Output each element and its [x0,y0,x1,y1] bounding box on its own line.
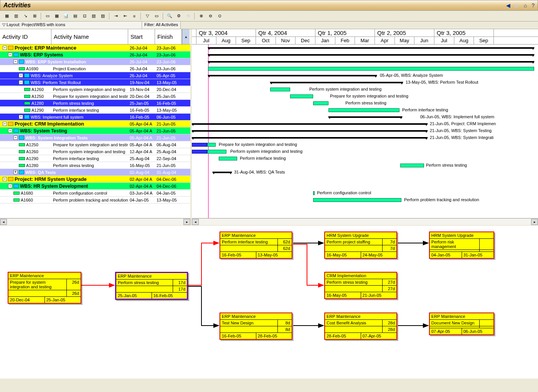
grid-row[interactable]: A1280Perform stress testing16-May-0521-J… [0,162,190,169]
grid-row[interactable]: − WBS: ERP System InstallationWBS: ERP S… [0,58,190,65]
grid-row[interactable]: A1280Perform stress testing25-Jan-0516-F… [0,100,190,107]
summary-bar[interactable] [192,123,427,125]
summary-bar[interactable] [213,172,232,173]
grid-row[interactable]: A1690Project Execution26-Jul-0423-Jun-06 [0,65,190,72]
filter-cell[interactable]: Filter: All Activities [142,22,181,29]
expander-icon[interactable]: + [19,115,23,119]
tools-icon[interactable]: ⚙ [175,12,183,20]
col-finish[interactable]: Finish [155,29,182,44]
expander-icon[interactable]: − [8,129,12,133]
filter-icon[interactable]: ▽ [144,12,151,20]
grid-row[interactable]: − WBS: ERP SystemsWBS: ERP Systems26-Jul… [0,51,190,58]
col-activity-id[interactable]: Activity ID [0,29,51,44]
summary-bar[interactable] [192,137,427,139]
task-bar[interactable] [313,198,401,202]
chart-icon[interactable]: 📊 [62,12,70,20]
find-icon[interactable]: 🔍 [166,12,173,20]
grid-row[interactable]: A1680Perform configuration control03-Jun… [0,190,190,197]
table-icon[interactable]: ▦ [53,12,61,20]
grid-row[interactable]: + WBS: QA TestsWBS: QA Tests02-Aug-0431-… [0,169,190,176]
network-node[interactable]: ERP MaintenanceTest New Design8d8d16-Feb… [219,313,292,340]
grid-row[interactable]: A1260Perform system integration and test… [0,86,190,93]
col-activity-name[interactable]: Activity Name [51,29,128,44]
grid-row[interactable]: − Project: HRM System UpgradeProject: HR… [0,176,190,183]
expander-icon[interactable]: − [3,177,7,181]
summary-bar[interactable] [270,82,403,83]
task-bar[interactable] [328,108,399,112]
layout-icon[interactable]: ▦ [3,12,11,20]
expander-icon[interactable]: + [13,170,18,174]
expander-icon[interactable]: − [13,136,18,140]
network-node[interactable]: ERP MaintenancePerform stress testing17d… [115,272,188,300]
task-bar[interactable] [313,101,328,105]
grid-row[interactable]: A1250Prepare for system integration and … [0,93,190,100]
grid-row[interactable]: A1660Perform problem tracking and resolu… [0,197,190,203]
task-bar[interactable] [192,143,207,147]
col-start[interactable]: Start [128,29,155,44]
task-bar[interactable] [313,191,315,195]
home-icon[interactable]: ⌂ [524,2,527,8]
network-node[interactable]: ERP MaintenancePrepare for system integr… [8,272,81,304]
nav-next-icon[interactable]: ▶ [515,2,519,8]
task-bar[interactable] [208,67,534,71]
bars-icon[interactable]: ▭ [153,12,160,20]
rows-icon[interactable]: ≡ [130,12,138,20]
gantt-icon[interactable]: ▤ [71,12,79,20]
network-node[interactable]: ERP MaintenanceCost Benefit Analysis28d2… [324,313,397,340]
expander-icon[interactable]: − [8,53,12,57]
grid-row[interactable]: − WBS: Perform Test RolloutWBS: Perform … [0,79,190,86]
task-bar[interactable] [270,88,290,91]
nav-prev-icon[interactable]: ◀ [506,2,510,8]
scroll-left-icon[interactable]: ◂ [0,219,7,225]
grid-row[interactable]: − Project: ERP MaintenanceProject: ERP M… [0,45,190,51]
summary-bar[interactable] [208,61,534,63]
task-bar[interactable] [219,157,237,160]
network-node[interactable]: HRM System UpgradePerform risk managemen… [429,232,494,259]
scroll-left-icon[interactable]: ◂ [192,219,199,225]
scroll-right-icon[interactable]: ▸ [183,219,190,225]
hscroll-right[interactable]: ◂ ▸ [192,218,538,225]
expander-icon[interactable]: − [19,80,23,84]
indent-icon[interactable]: ⇥ [112,12,120,20]
grid-row[interactable]: + WBS: Implement full systemWBS: Impleme… [0,114,190,121]
hscroll-left[interactable]: ◂ ▸ [0,218,190,225]
network-node[interactable]: HRM System UpgradePerform project staffi… [324,232,397,259]
grid-row[interactable]: A1290Perform interface testing16-Feb-051… [0,107,190,114]
summary-bar[interactable] [208,47,534,49]
grid-row[interactable]: A1260Perform system integration and test… [0,148,190,155]
columns-icon[interactable]: ▥ [12,12,20,20]
grid-row[interactable]: A1290Perform interface testing25-Aug-042… [0,155,190,162]
tree-icon[interactable]: ⊞ [31,12,38,20]
expander-icon[interactable]: − [3,46,7,50]
task-bar[interactable] [290,94,313,98]
page-icon[interactable]: ▨ [99,12,107,20]
scroll-right-icon[interactable]: ▸ [531,219,538,225]
zoom-in-icon[interactable]: ⊕ [197,12,205,20]
outdent-icon[interactable]: ⇤ [121,12,129,20]
zoom-fit-icon[interactable]: ⊙ [216,12,223,20]
grid-row[interactable]: − WBS: HR System DevelopmentWBS: HR Syst… [0,183,190,190]
summary-bar[interactable] [328,116,402,118]
task-bar[interactable] [192,150,207,154]
layout-cell[interactable]: ▽ Layout: Project/WBS with icons [0,22,142,29]
network-icon[interactable]: ⊡ [81,12,88,20]
help-icon[interactable]: ? [531,2,535,8]
gantt-chart[interactable]: 05-Apr-05, WBS: Analyze System13-May-05,… [192,45,538,218]
network-diagram[interactable]: ERP MaintenancePrepare for system integr… [0,225,538,379]
grid-icon[interactable]: ▭ [44,12,51,20]
zoom-out-icon[interactable]: ⊖ [206,12,214,20]
expander-icon[interactable]: + [19,73,23,78]
expander-icon[interactable]: − [8,184,12,188]
network-node[interactable]: CRM ImplementationPerform stress testing… [324,272,397,299]
doc-icon[interactable]: ▧ [90,12,97,20]
grid-row[interactable]: − WBS: System Integration TestsWBS: Syst… [0,134,190,141]
grid-row[interactable]: − Project: CRM ImplementationProject: CR… [0,121,190,127]
task-bar[interactable] [400,164,424,167]
scroll-up-icon[interactable]: ▴ [182,29,190,44]
grid-row[interactable]: A1250Prepare for system integration and … [0,141,190,148]
expander-icon[interactable]: − [3,122,7,126]
task-bar[interactable] [207,150,226,154]
network-node[interactable]: ERP MaintenanceDocument New Design07-Apr… [429,313,494,335]
grid-row[interactable]: − WBS: System TestingWBS: System Testing… [0,127,190,134]
task-bar[interactable] [207,143,216,147]
